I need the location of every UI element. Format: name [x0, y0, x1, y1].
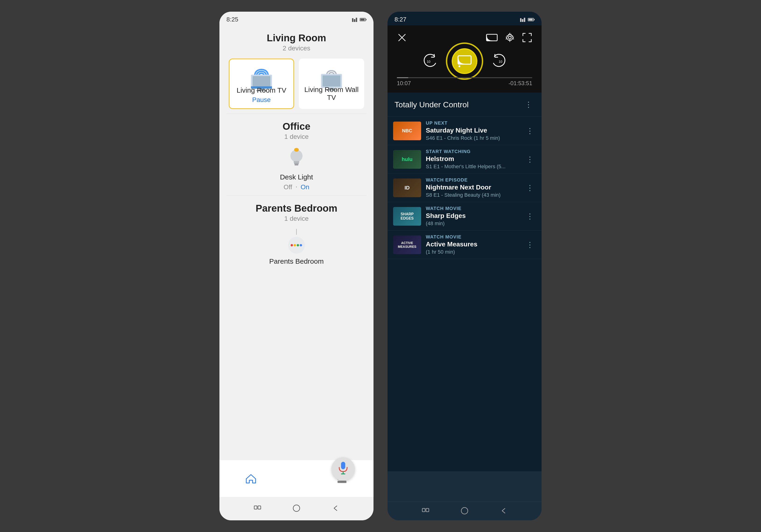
sharp-info: WATCH MOVIE Sharp Edges (48 min): [426, 206, 524, 227]
right-recent-icon: [421, 506, 430, 515]
cast-main-icon: [457, 55, 472, 68]
right-nav-recent-btn[interactable]: [421, 506, 430, 516]
snl-more-btn[interactable]: ⋮: [524, 124, 536, 138]
queue-item-snl[interactable]: NBC UP NEXT Saturday Night Live S46 E1 -…: [387, 117, 542, 145]
now-playing-title: Totally Under Control: [394, 100, 469, 109]
nav-home-btn[interactable]: [238, 470, 264, 487]
living-room-devices: Living Room TV Pause: [219, 54, 374, 114]
light-off-btn[interactable]: Off: [284, 184, 292, 191]
back-icon: [331, 504, 340, 512]
living-room-header: Living Room 2 devices: [219, 26, 374, 54]
snl-thumb-label: NBC: [402, 128, 412, 133]
nightmare-more-btn[interactable]: ⋮: [524, 181, 536, 194]
svg-point-51: [461, 507, 468, 514]
now-playing-more-btn[interactable]: ⋮: [522, 98, 535, 111]
forward-10-btn[interactable]: 10: [489, 52, 508, 71]
fullscreen-btn[interactable]: [522, 32, 532, 44]
left-phone-content: Living Room 2 devices: [219, 26, 374, 460]
player-controls: 10: [397, 48, 532, 74]
cast-main-btn[interactable]: [452, 48, 477, 74]
queue-item-active[interactable]: ACTIVE MEASURES WATCH MOVIE Active Measu…: [387, 231, 542, 259]
nav-back-btn[interactable]: [331, 504, 340, 513]
left-status-icons: [352, 17, 367, 22]
wall-tv-icon: [318, 64, 345, 83]
svg-point-16: [294, 148, 299, 152]
sharp-thumb-label: SHARP EDGES: [393, 211, 421, 221]
battery-icon: [360, 17, 367, 22]
close-player-btn[interactable]: [397, 32, 407, 44]
light-dot: •: [296, 186, 297, 189]
nightmare-label: WATCH EPISODE: [426, 177, 524, 183]
rewind-10-btn[interactable]: 10: [421, 52, 440, 71]
right-status-icons: [520, 17, 535, 22]
cast-screen-btn[interactable]: [486, 32, 498, 44]
now-playing-bar: Totally Under Control ⋮: [387, 93, 542, 117]
svg-point-34: [293, 505, 300, 511]
living-room-wall-tv-card[interactable]: Living Room Wall TV: [299, 59, 364, 109]
active-title: Active Measures: [426, 240, 524, 248]
svg-point-22: [291, 244, 293, 246]
light-on-btn[interactable]: On: [301, 184, 309, 191]
helstrom-label: START WATCHING: [426, 149, 524, 154]
player-top-bar: [397, 32, 532, 44]
svg-rect-32: [254, 506, 257, 509]
left-phone: 8:25 Living Room 2 devices: [219, 12, 374, 520]
living-room-title: Living Room: [224, 32, 369, 44]
snl-info: UP NEXT Saturday Night Live S46 E1 - Chr…: [426, 120, 524, 141]
svg-rect-12: [322, 76, 340, 86]
svg-point-24: [297, 244, 299, 246]
nightmare-thumb: ID: [393, 179, 421, 197]
svg-rect-35: [520, 18, 521, 22]
right-bottom-nav: [387, 471, 542, 502]
sharp-label: WATCH MOVIE: [426, 206, 524, 211]
right-nav-back-btn[interactable]: [499, 506, 508, 516]
svg-rect-5: [360, 19, 365, 21]
home-nav-icon: [245, 473, 257, 484]
right-time: 8:27: [394, 16, 406, 23]
helstrom-more-btn[interactable]: ⋮: [524, 153, 536, 166]
active-thumb-label: ACTIVE MEASURES: [393, 240, 421, 249]
queue-item-helstrom[interactable]: hulu START WATCHING Helstrom S1 E1 - Mot…: [387, 145, 542, 174]
mic-icon: [337, 461, 349, 477]
progress-bar[interactable]: 10:07 -01:53:51: [397, 77, 532, 86]
sharp-more-btn[interactable]: ⋮: [524, 210, 536, 223]
svg-rect-0: [352, 18, 353, 22]
mic-fab-button[interactable]: [331, 457, 355, 481]
active-more-btn[interactable]: ⋮: [524, 238, 536, 251]
nightmare-info: WATCH EPISODE Nightmare Next Door S8 E1 …: [426, 177, 524, 198]
office-header: Office 1 device: [219, 114, 374, 142]
queue-item-sharp[interactable]: SHARP EDGES WATCH MOVIE Sharp Edges (48 …: [387, 202, 542, 231]
snl-thumb: NBC: [393, 122, 421, 140]
left-time: 8:25: [226, 16, 238, 23]
active-thumb: ACTIVE MEASURES: [393, 236, 421, 254]
light-bulb-icon: [287, 147, 306, 170]
svg-text:10: 10: [427, 60, 431, 64]
nav-home-system-btn[interactable]: [292, 504, 301, 513]
living-room-tv-action[interactable]: Pause: [234, 96, 289, 104]
svg-point-23: [294, 244, 296, 246]
wall-tv-name: Living Room Wall TV: [304, 86, 360, 101]
right-system-nav: [387, 502, 542, 520]
helstrom-title: Helstrom: [426, 155, 524, 163]
svg-rect-49: [422, 508, 425, 512]
helstrom-thumb-label: hulu: [402, 156, 412, 162]
snl-title: Saturday Night Live: [426, 127, 524, 134]
home-system-icon: [292, 504, 301, 512]
tv-icon: [248, 65, 275, 83]
player-settings-btn[interactable]: [505, 32, 515, 44]
helstrom-subtitle: S1 E1 - Mother's Little Helpers (5...: [426, 164, 524, 170]
svg-point-44: [508, 36, 511, 39]
right-status-bar: 8:27: [387, 12, 542, 26]
progress-track: [397, 77, 532, 78]
living-room-tv-card[interactable]: Living Room TV Pause: [229, 59, 294, 109]
svg-rect-40: [529, 19, 533, 21]
nav-recent-btn[interactable]: [253, 504, 262, 513]
remaining-time: -01:53:51: [509, 80, 532, 86]
queue-item-nightmare[interactable]: ID WATCH EPISODE Nightmare Next Door S8 …: [387, 174, 542, 202]
active-subtitle: (1 hr 50 min): [426, 249, 524, 255]
wall-tv-icon-container: [318, 64, 345, 83]
right-nav-home-btn[interactable]: [460, 506, 469, 516]
player-top-right: [486, 32, 532, 44]
desk-light-name: Desk Light: [224, 173, 369, 181]
cast-main-btn-container: [452, 48, 477, 74]
